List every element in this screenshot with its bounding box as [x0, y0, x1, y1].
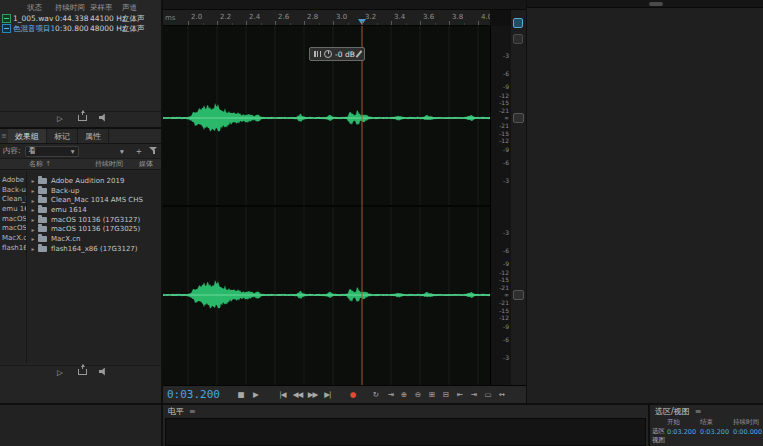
dropdown-caret-button[interactable]: ▾ [115, 145, 128, 158]
ruler-tick [449, 21, 450, 25]
ruler-tick [275, 21, 276, 25]
zoom-to-in-point-button[interactable]: ⇤ [453, 388, 466, 401]
media-browser-item[interactable]: ▸macOS 10136 (17G3127) [27, 215, 161, 225]
file-row[interactable]: 色混音项目1.sesx0:30.80048000 Hz立体声 [0, 24, 161, 34]
column-sample-rate[interactable]: 采样率 [90, 3, 113, 13]
loop-playback-button[interactable]: ↻ [369, 388, 382, 401]
ruler-tick-label: 4.0 [481, 13, 490, 21]
zoom-in-horizontal-button[interactable]: ⊞ [425, 388, 438, 401]
filter-icon[interactable] [513, 34, 523, 44]
db-infinity-label: ∞ [504, 114, 509, 121]
box-up-arrow-button[interactable] [78, 114, 87, 123]
play-outline-button[interactable]: ▷ [53, 366, 66, 379]
zoom-to-selection-button[interactable]: ▭ [481, 388, 494, 401]
tab-markers[interactable]: 标记 [47, 129, 78, 143]
tab-properties[interactable]: 属性 [78, 129, 109, 143]
tree-strip-item[interactable]: Back-up [0, 186, 26, 196]
volume-knob-icon[interactable] [324, 50, 332, 58]
tab-effects-rack[interactable]: 效果组 [8, 129, 47, 143]
skip-to-start-button[interactable]: |◀ [276, 388, 289, 401]
waveform-display[interactable]: -0 dB [163, 26, 490, 385]
media-browser-item[interactable]: ▸flash164_x86 (17G3127) [27, 244, 161, 254]
tree-strip-item[interactable]: Adobe Audition 2019 [0, 176, 26, 186]
chevron-right-icon: ▸ [29, 197, 37, 204]
play-button[interactable]: ▶ [249, 388, 262, 401]
db-label: -6 [503, 336, 509, 343]
db-label: -3 [503, 52, 509, 59]
duration-value[interactable]: 0:00.000 [733, 428, 763, 436]
zoom-in-button[interactable]: ⊕ [397, 388, 410, 401]
selection-panel-header: 选区/视图 ≡ [650, 405, 763, 417]
tree-strip-item[interactable]: MacX.cn [0, 234, 26, 244]
media-browser-item[interactable]: ▸MacX.cn [27, 234, 161, 244]
content-label: 内容: [3, 146, 21, 156]
media-browser-item[interactable]: ▸Adobe Audition 2019 [27, 176, 161, 186]
blue-marker-icon[interactable] [513, 18, 523, 28]
media-browser-item[interactable]: ▸emu 1614 [27, 205, 161, 215]
volume-hud[interactable]: -0 dB [309, 47, 365, 61]
db-scale-ruler[interactable]: -3-3-6-6-9-9-12-12-15-15-21-21∞-3-3-6-6-… [490, 26, 511, 385]
record-button[interactable]: ● [346, 388, 359, 401]
media-item-label: emu 1614 [51, 206, 87, 214]
levels-panel: 电平 ≡ [163, 405, 648, 446]
media-browser-item[interactable]: ▸macOS 10136 (17G3025) [27, 224, 161, 234]
speaker-button[interactable] [99, 368, 108, 378]
levels-title: 电平 [168, 406, 184, 417]
content-dropdown[interactable]: 看 ▾ [25, 146, 79, 157]
selection-table-row: 选区0:03.2000:03.2000:00.000 [652, 427, 763, 436]
box-up-arrow-button[interactable] [78, 368, 87, 377]
channel-left-button[interactable] [513, 113, 524, 123]
skip-selection-button[interactable]: ⇥ [384, 388, 397, 401]
media-browser-item[interactable]: ▸Clean_Mac 1014 AMS CHS [27, 195, 161, 205]
db-label: -15 [499, 307, 509, 314]
end-value[interactable]: 0:03.200 [700, 428, 733, 436]
media-browser-item[interactable]: ▸Back-up [27, 186, 161, 196]
rewind-button[interactable]: ◀◀ [291, 388, 304, 401]
tree-strip-item[interactable]: macOS 10136 (17G3127) [0, 215, 26, 225]
timeline-ruler[interactable]: ms 2.02.22.42.62.83.03.23.43.63.84.0 [163, 10, 490, 26]
column-name[interactable]: 名称 ↑ [0, 159, 95, 169]
panel-menu-icon[interactable]: ≡ [189, 407, 196, 416]
tree-strip-item[interactable]: macOS 10136 (17G3025) [0, 224, 26, 234]
ruler-tick [391, 21, 392, 25]
db-label: -12 [499, 137, 509, 144]
tree-strip-item[interactable]: flash164_x86 (17G3127) [0, 244, 26, 254]
zoom-to-out-point-button[interactable]: ⇥ [467, 388, 480, 401]
column-duration[interactable]: 持续时间 [95, 159, 139, 169]
speaker-button[interactable] [99, 114, 108, 124]
file-channels: 立体声 [122, 24, 145, 34]
db-label: -6 [503, 159, 509, 166]
pencil-icon[interactable] [355, 50, 362, 57]
folder-icon [38, 197, 47, 203]
ruler-tick-label: 2.0 [191, 13, 202, 21]
timecode-display[interactable]: 0:03.200 [167, 388, 220, 401]
ruler-tick [188, 21, 189, 25]
chevron-right-icon: ▸ [29, 187, 37, 194]
column-channels[interactable]: 声道 [122, 3, 137, 13]
tab-label: 属性 [85, 131, 101, 142]
chevron-right-icon: ▸ [29, 245, 37, 252]
add-shortcut-button[interactable]: + [132, 145, 145, 158]
panel-grip-icon[interactable] [649, 2, 663, 6]
zoom-out-horizontal-button[interactable]: ⊟ [439, 388, 452, 401]
column-status[interactable]: 状态 [27, 3, 42, 13]
start-value[interactable]: 0:03.200 [667, 428, 700, 436]
skip-to-end-button[interactable]: ▶| [321, 388, 334, 401]
panel-menu-icon[interactable]: ≡ [695, 407, 702, 416]
file-row[interactable]: 1_005.wav0:44.33844100 Hz立体声 [0, 14, 161, 24]
selection-table-row: 视图 [652, 436, 763, 445]
zoom-out-button[interactable]: ⊖ [411, 388, 424, 401]
media-item-label: Adobe Audition 2019 [51, 177, 124, 185]
panel-menu-icon[interactable]: ≡ [0, 129, 8, 143]
tree-strip-item[interactable]: emu 1614 [0, 205, 26, 215]
zoom-buttons: ⊕⊖⊞⊟⇤⇥▭↔ [397, 388, 508, 401]
column-media[interactable]: 媒体 [139, 159, 161, 169]
stop-button[interactable]: ■ [234, 388, 247, 401]
play-outline-button[interactable]: ▷ [53, 112, 66, 125]
channel-right-button[interactable] [513, 290, 524, 300]
column-duration[interactable]: 持续时间 [55, 3, 85, 13]
filter-button[interactable] [149, 146, 158, 157]
zoom-out-full-button[interactable]: ↔ [495, 388, 508, 401]
fast-forward-button[interactable]: ▶▶ [306, 388, 319, 401]
tree-strip-item[interactable]: Clean_Mac 1014 AMS CHS [0, 195, 26, 205]
